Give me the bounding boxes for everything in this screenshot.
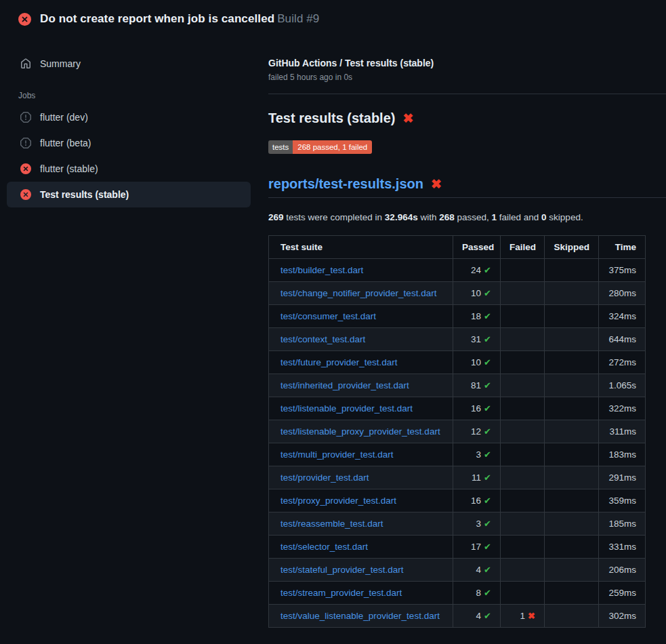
count-value: 18 (471, 311, 481, 321)
skipped-cell (545, 489, 599, 512)
passed-cell: 10✔ (453, 282, 501, 305)
test-suite-cell: test/selector_test.dart (269, 536, 453, 559)
count-value: 12 (471, 426, 481, 437)
failed-cell (501, 420, 545, 443)
summary-text: failed and (497, 212, 541, 222)
column-header-skipped: Skipped (545, 236, 599, 259)
test-suite-link[interactable]: test/inherited_provider_test.dart (280, 380, 409, 390)
skipped-cell (545, 466, 599, 489)
passed-cell: 17✔ (453, 536, 501, 559)
failed-cell (501, 443, 545, 466)
failed-cell (501, 305, 545, 328)
count-value: 10 (471, 357, 481, 367)
time-cell: 272ms (599, 351, 646, 374)
test-suite-link[interactable]: test/change_notifier_provider_test.dart (280, 288, 436, 298)
table-row: test/consumer_test.dart18✔324ms (269, 305, 646, 328)
passed-cell: 10✔ (453, 351, 501, 374)
sidebar-item-test-results-stable[interactable]: Test results (stable) (7, 182, 251, 207)
check-icon: ✔ (484, 588, 491, 598)
failed-cell (501, 582, 545, 605)
table-row: test/selector_test.dart17✔331ms (269, 536, 646, 559)
failed-cell: 1✖ (501, 605, 545, 628)
sidebar-item-flutter-beta[interactable]: flutter (beta) (7, 130, 251, 156)
tests-summary: 269 tests were completed in 32.964s with… (268, 212, 666, 222)
report-file-link[interactable]: reports/test-results.json (268, 176, 423, 192)
table-row: test/multi_provider_test.dart3✔183ms (269, 443, 646, 466)
skipped-cell (545, 536, 599, 559)
test-suite-cell: test/consumer_test.dart (269, 305, 453, 328)
count-value: 17 (471, 542, 481, 552)
test-suite-link[interactable]: test/listenable_provider_test.dart (280, 403, 413, 414)
test-suite-cell: test/builder_test.dart (269, 259, 453, 282)
x-circle-icon (20, 189, 31, 200)
check-icon: ✔ (484, 565, 491, 575)
time-cell: 259ms (599, 582, 646, 605)
build-failed-icon (18, 13, 31, 26)
skipped-cell (545, 512, 599, 536)
count-value: 31 (471, 334, 481, 344)
table-row: test/listenable_provider_test.dart16✔322… (269, 397, 646, 420)
passed-cell: 11✔ (453, 466, 501, 489)
time-cell: 644ms (599, 328, 646, 351)
failed-cell (501, 259, 545, 282)
check-icon: ✔ (484, 403, 491, 414)
time-cell: 206ms (599, 559, 646, 582)
test-results-table: Test suitePassedFailedSkippedTime test/b… (268, 235, 646, 628)
column-header-time: Time (599, 236, 646, 259)
check-icon: ✔ (484, 334, 491, 344)
failed-x-icon: ✖ (431, 178, 442, 190)
sidebar-item-label: flutter (dev) (40, 112, 88, 123)
divider (268, 94, 666, 94)
skipped-cell (545, 305, 599, 328)
column-header-failed: Failed (501, 236, 545, 259)
test-suite-link[interactable]: test/stateful_provider_test.dart (280, 565, 404, 575)
failed-cell (501, 351, 545, 374)
test-suite-link[interactable]: test/proxy_provider_test.dart (280, 496, 396, 506)
check-icon: ✔ (484, 311, 491, 321)
test-suite-link[interactable]: test/consumer_test.dart (280, 311, 376, 321)
test-suite-link[interactable]: test/listenable_proxy_provider_test.dart (280, 426, 440, 437)
sidebar-item-flutter-dev[interactable]: flutter (dev) (7, 104, 251, 130)
test-suite-link[interactable]: test/selector_test.dart (280, 542, 368, 552)
count-value: 16 (471, 403, 481, 414)
check-icon: ✔ (484, 519, 491, 529)
section-title-text: Test results (stable) (268, 110, 395, 126)
workflow-breadcrumb: GitHub Actions / Test results (stable) (268, 58, 666, 68)
test-suite-link[interactable]: test/context_test.dart (280, 334, 365, 344)
test-suite-link[interactable]: test/reassemble_test.dart (280, 519, 383, 529)
failed-cell (501, 282, 545, 305)
summary-text: passed, (455, 212, 492, 222)
skipped-cell (545, 559, 599, 582)
count-value: 16 (471, 496, 481, 506)
count-value: 3 (476, 449, 482, 460)
summary-number: 1 (492, 212, 497, 222)
sidebar-item-summary[interactable]: Summary (0, 52, 257, 76)
test-suite-link[interactable]: test/multi_provider_test.dart (280, 449, 394, 460)
passed-cell: 3✔ (453, 512, 501, 536)
tests-badge: tests 268 passed, 1 failed (268, 140, 372, 154)
time-cell: 185ms (599, 512, 646, 536)
test-suite-link[interactable]: test/provider_test.dart (280, 472, 369, 483)
failed-cell (501, 512, 545, 536)
summary-number: 32.964s (385, 212, 418, 222)
table-row: test/builder_test.dart24✔375ms (269, 259, 646, 282)
skipped-cell (545, 259, 599, 282)
test-suite-link[interactable]: test/builder_test.dart (280, 265, 363, 275)
test-suite-cell: test/inherited_provider_test.dart (269, 374, 453, 397)
test-suite-link[interactable]: test/value_listenable_provider_test.dart (280, 611, 440, 621)
test-suite-cell: test/future_provider_test.dart (269, 351, 453, 374)
table-row: test/provider_test.dart11✔291ms (269, 466, 646, 489)
count-value: 24 (471, 265, 481, 275)
page-title: Do not create report when job is cancell… (40, 12, 319, 26)
badge-value: 268 passed, 1 failed (293, 140, 372, 154)
test-suite-link[interactable]: test/stream_provider_test.dart (280, 588, 402, 598)
time-cell: 302ms (599, 605, 646, 628)
stop-icon (20, 112, 31, 123)
summary-text: tests were completed in (284, 212, 385, 222)
check-icon: ✔ (484, 542, 491, 552)
skipped-cell (545, 605, 599, 628)
sidebar-item-flutter-stable[interactable]: flutter (stable) (7, 156, 251, 182)
test-suite-link[interactable]: test/future_provider_test.dart (280, 357, 398, 367)
table-row: test/stateful_provider_test.dart4✔206ms (269, 559, 646, 582)
sidebar-item-label: Test results (stable) (40, 189, 129, 200)
